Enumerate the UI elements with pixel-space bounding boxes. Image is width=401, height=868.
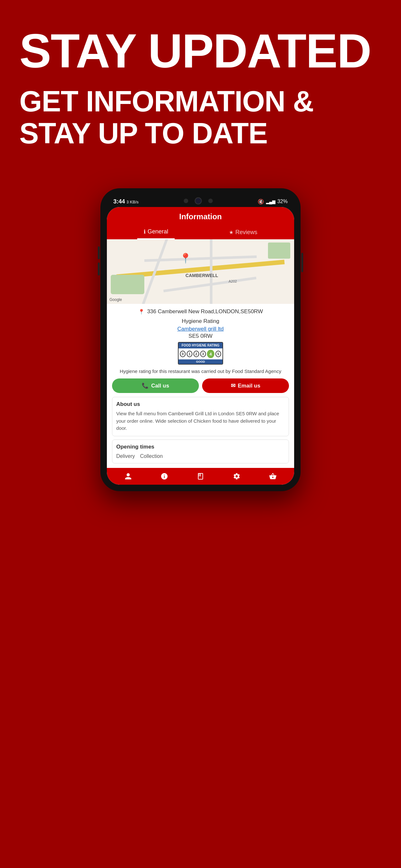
tab-reviews-label: Reviews: [235, 229, 257, 236]
email-us-button[interactable]: ✉ Email us: [202, 378, 289, 393]
opening-title: Opening times: [116, 444, 285, 450]
camera-main: [195, 197, 202, 205]
info-section: 📍 336 Camberwell New Road,LONDON,SE50RW …: [107, 304, 294, 468]
map-background: CAMBERWELL A202 📍 Google: [107, 239, 294, 304]
collection-tab[interactable]: Collection: [140, 454, 163, 459]
nav-settings[interactable]: [233, 472, 241, 480]
fhr-num-3: 3: [200, 351, 206, 357]
nav-menu-book[interactable]: [197, 472, 204, 480]
hygiene-title: Hygiene Rating: [112, 318, 289, 324]
status-icons: 🔇 ▂▄▆ 32%: [258, 198, 288, 205]
battery-icon: 32%: [277, 198, 288, 205]
hygiene-link[interactable]: Camberwell grill ltd: [112, 326, 289, 332]
fhr-num-5: 5: [215, 351, 221, 357]
fhr-bottom-label: GOOD: [179, 360, 222, 364]
map-road-vert: [210, 239, 212, 304]
signal-icon: ▂▄▆: [266, 199, 275, 204]
phone-icon: 📞: [142, 382, 149, 389]
nav-info[interactable]: [160, 472, 168, 480]
fhr-num-0: 0: [180, 351, 186, 357]
call-label: Call us: [151, 383, 169, 389]
power-button: [301, 253, 303, 272]
hygiene-note: Hygiene rating for this restaurant was c…: [112, 368, 289, 375]
fhr-numbers-row: 0 1 2 3 4 5: [179, 348, 222, 360]
phone-frame: 3:44 3 KB/s 🔇 ▂▄▆ 32% Information: [100, 188, 301, 491]
call-us-button[interactable]: 📞 Call us: [112, 378, 199, 393]
opening-box: Opening times Delivery Collection: [112, 439, 289, 463]
volume-up-button: [98, 246, 100, 259]
fhr-badge: FOOD HYGIENE RATING 0 1 2 3 4 5 GOOD: [178, 342, 223, 365]
camera-dot: [184, 198, 188, 203]
app-title: Information: [113, 212, 288, 221]
star-icon: ★: [229, 229, 234, 236]
hero-subtitle: GET INFORMATION & STAY UP TO DATE: [19, 86, 382, 150]
tab-general[interactable]: ℹ General: [137, 225, 175, 239]
bottom-nav: [107, 468, 294, 485]
app-header: Information ℹ General ★ Reviews: [107, 207, 294, 239]
hygiene-postcode: SE5 0RW: [112, 333, 289, 339]
nav-profile[interactable]: [124, 472, 132, 480]
fhr-num-4-highlighted: 4: [207, 350, 214, 358]
hygiene-badge: FOOD HYGIENE RATING 0 1 2 3 4 5 GOOD: [178, 342, 223, 365]
address-text: 336 Camberwell New Road,LONDON,SE50RW: [147, 308, 263, 315]
fhr-num-2: 2: [193, 351, 199, 357]
phone-mockup: 3:44 3 KB/s 🔇 ▂▄▆ 32% Information: [0, 182, 401, 510]
email-icon: ✉: [231, 382, 235, 389]
opening-tabs: Delivery Collection: [116, 454, 285, 459]
mute-icon: 🔇: [258, 198, 264, 205]
tab-reviews[interactable]: ★ Reviews: [222, 225, 264, 239]
fhr-num-1: 1: [187, 351, 192, 357]
about-title: About us: [116, 401, 285, 407]
hero-title: STAY UPDATED: [19, 26, 382, 76]
delivery-tab[interactable]: Delivery: [116, 454, 135, 459]
map-label-a202: A202: [228, 279, 237, 283]
map-label-camberwell: CAMBERWELL: [186, 273, 218, 278]
tab-general-label: General: [148, 228, 168, 235]
status-time: 3:44 3 KB/s: [113, 198, 138, 205]
nav-basket[interactable]: [269, 472, 277, 480]
google-logo: Google: [110, 298, 122, 302]
volume-down-button: [98, 262, 100, 275]
fhr-top-label: FOOD HYGIENE RATING: [179, 343, 222, 348]
status-bar: 3:44 3 KB/s 🔇 ▂▄▆ 32%: [107, 195, 294, 207]
map-park-1: [111, 275, 144, 294]
about-text: View the full menu from Camberwell Grill…: [116, 410, 285, 432]
camera-area: [184, 197, 213, 205]
email-label: Email us: [238, 383, 260, 389]
action-buttons: 📞 Call us ✉ Email us: [112, 378, 289, 393]
about-box: About us View the full menu from Camberw…: [112, 397, 289, 436]
location-icon: 📍: [138, 309, 145, 315]
app-tabs: ℹ General ★ Reviews: [113, 225, 288, 239]
map-park-2: [268, 243, 290, 259]
map-container[interactable]: CAMBERWELL A202 📍 Google: [107, 239, 294, 304]
camera-dot-2: [208, 198, 213, 203]
hygiene-section: Hygiene Rating Camberwell grill ltd SE5 …: [112, 318, 289, 365]
address-line: 📍 336 Camberwell New Road,LONDON,SE50RW: [112, 308, 289, 315]
map-pin: 📍: [180, 252, 191, 264]
phone-screen: Information ℹ General ★ Reviews: [107, 207, 294, 485]
hero-section: STAY UPDATED GET INFORMATION & STAY UP T…: [0, 0, 401, 182]
info-icon: ℹ: [144, 228, 146, 235]
